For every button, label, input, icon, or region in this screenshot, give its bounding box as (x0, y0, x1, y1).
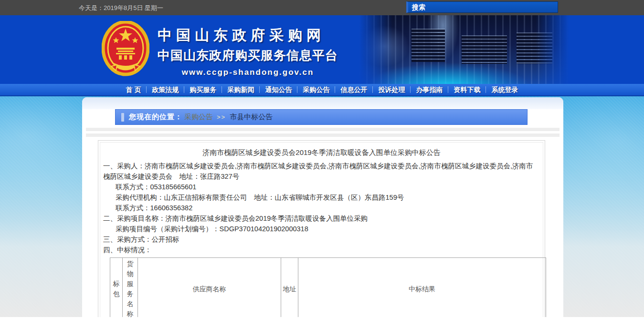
city-nightscape-photo (359, 15, 569, 84)
announcement-paragraph: 采购项目编号（采购计划编号）：SDGP370104201902000318 (103, 224, 540, 234)
topbar: 今天是：2019年8月5日 星期一 搜索 (0, 0, 644, 15)
breadcrumb-accent-bar (121, 113, 124, 122)
breadcrumb: 您现在的位置： 采购公告 >> 市县中标公告 (115, 109, 528, 125)
nav-item-downloads[interactable]: 资料下载 (448, 84, 486, 95)
table-header-3: 供应商名称 (138, 258, 281, 318)
bid-result-table: 标包货物服务名称供应商名称地址中标结果 (110, 257, 546, 317)
national-emblem-logo (102, 21, 149, 77)
nav-item-info-disclosure[interactable]: 信息公开 (335, 84, 372, 95)
announcement-body: 济南市槐荫区城乡建设委员会2019冬季清洁取暖设备入围单位采购中标公告 一、采购… (100, 142, 543, 317)
table-header-2: 货物服务名称 (123, 258, 138, 318)
nav-item-service-guide[interactable]: 办事指南 (411, 84, 448, 95)
announcement-paragraph: 一、采购人：济南市槐荫区城乡建设委员会,济南市槐荫区城乡建设委员会,济南市槐荫区… (103, 161, 540, 182)
search-input[interactable]: 搜索 (406, 1, 558, 13)
current-date-text: 今天是：2019年8月5日 星期一 (79, 4, 163, 12)
nav-item-home[interactable]: 首 页 (121, 84, 147, 95)
container-top-band (82, 97, 563, 109)
site-url: www.ccgp-shandong.gov.cn (158, 68, 338, 77)
site-banner: 中国山东政府采购网 中国山东政府购买服务信息平台 www.ccgp-shando… (0, 15, 644, 84)
table-header-5: 中标结果 (298, 258, 546, 318)
nav-item-procurement-announcements[interactable]: 采购公告 (297, 84, 335, 95)
announcement-paragraph: 三、采购方式：公开招标 (103, 234, 540, 245)
site-title-block: 中国山东政府采购网 中国山东政府购买服务信息平台 www.ccgp-shando… (158, 26, 338, 77)
nav-item-system-login[interactable]: 系统登录 (486, 84, 523, 95)
announcement-title: 济南市槐荫区城乡建设委员会2019冬季清洁取暖设备入围单位采购中标公告 (103, 147, 540, 158)
announcement-paragraphs: 一、采购人：济南市槐荫区城乡建设委员会,济南市槐荫区城乡建设委员会,济南市槐荫区… (103, 161, 540, 255)
announcement-paragraph: 二、采购项目名称：济南市槐荫区城乡建设委员会2019冬季清洁取暖设备入围单位采购 (103, 213, 540, 224)
nav-item-complaints[interactable]: 投诉处理 (373, 84, 410, 95)
table-header-4: 地址 (281, 258, 298, 318)
breadcrumb-category-link[interactable]: 采购公告 (184, 113, 213, 122)
table-header-1: 标包 (110, 258, 123, 318)
site-name: 中国山东政府采购网 (158, 26, 338, 45)
breadcrumb-separator: >> (217, 113, 226, 121)
announcement-paragraph: 联系方式：16606356382 (103, 203, 540, 213)
announcement-paragraph: 联系方式：053185665601 (103, 182, 540, 192)
page-background: 您现在的位置： 采购公告 >> 市县中标公告 济南市槐荫区城乡建设委员会2019… (0, 96, 644, 317)
content-container: 您现在的位置： 采购公告 >> 市县中标公告 济南市槐荫区城乡建设委员会2019… (82, 97, 563, 317)
announcement-box: 济南市槐荫区城乡建设委员会2019冬季清洁取暖设备入围单位采购中标公告 一、采购… (98, 140, 545, 317)
nav-item-policies[interactable]: 政策法规 (147, 84, 184, 95)
main-navigation: 首 页政策法规购买服务采购新闻通知公告采购公告信息公开投诉处理办事指南资料下载系… (0, 84, 644, 96)
search-label: 搜索 (412, 3, 425, 11)
separator-strip (86, 128, 560, 131)
breadcrumb-current-page: 市县中标公告 (230, 113, 273, 122)
breadcrumb-label: 您现在的位置： (129, 113, 182, 122)
nav-item-notices[interactable]: 通知公告 (260, 84, 297, 95)
nav-item-procurement-news[interactable]: 采购新闻 (222, 84, 259, 95)
separator-strip (86, 133, 560, 137)
announcement-paragraph: 四、中标情况： (103, 245, 540, 255)
nav-item-purchase-services[interactable]: 购买服务 (184, 84, 222, 95)
platform-name: 中国山东政府购买服务信息平台 (158, 47, 338, 64)
announcement-paragraph: 采购代理机构：山东正信招标有限责任公司 地址：山东省聊城市开发区县（区）东昌路1… (103, 192, 540, 203)
